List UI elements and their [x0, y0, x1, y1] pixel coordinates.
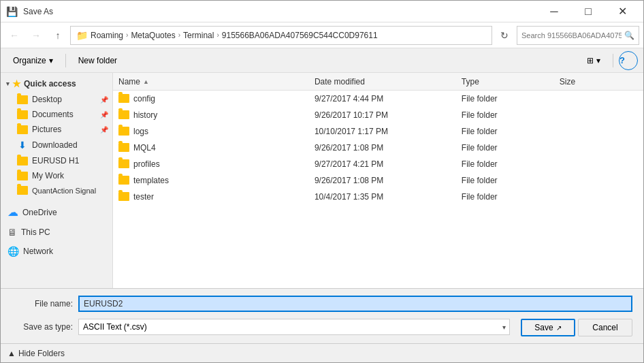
- header-type[interactable]: Type: [462, 77, 560, 86]
- pictures-folder-icon: [17, 125, 28, 134]
- folder-icon: [118, 176, 129, 185]
- file-date: 9/26/2017 1:08 PM: [315, 176, 462, 185]
- bottom-bar: File name: Save as type: ASCII Text (*.c…: [1, 288, 643, 343]
- file-type: File folder: [462, 143, 560, 153]
- help-button[interactable]: ?: [619, 51, 638, 70]
- file-name: config: [133, 94, 155, 104]
- filename-row: File name:: [12, 296, 632, 312]
- file-date: 10/10/2017 1:17 PM: [315, 127, 462, 136]
- table-row[interactable]: templates 9/26/2017 1:08 PM File folder: [113, 172, 643, 189]
- address-bar: ← → ↑ 📁 Roaming › MetaQuotes › Terminal …: [1, 22, 643, 48]
- table-row[interactable]: tester 10/4/2017 1:35 PM File folder: [113, 189, 643, 205]
- file-name: logs: [133, 127, 148, 136]
- sidebar-item-mywork[interactable]: My Work: [1, 168, 112, 183]
- forward-button[interactable]: →: [27, 26, 46, 45]
- sidebar-item-downloaded[interactable]: ⬇ Downloaded: [1, 137, 112, 153]
- network-icon: 🌐: [7, 246, 19, 257]
- close-button[interactable]: ✕: [607, 1, 638, 22]
- header-size-label: Size: [560, 77, 575, 86]
- quantaction-folder-icon: [17, 186, 28, 195]
- organize-button[interactable]: Organize ▾: [6, 51, 60, 70]
- title-icon: 💾: [6, 6, 18, 17]
- desktop-pin-icon: 📌: [100, 96, 108, 104]
- quick-access-star: ★: [12, 78, 21, 89]
- header-size[interactable]: Size: [560, 77, 638, 86]
- desktop-label: Desktop: [32, 95, 62, 104]
- view-chevron: ▾: [596, 56, 600, 65]
- breadcrumb-terminal[interactable]: Terminal: [183, 31, 214, 40]
- new-folder-button[interactable]: New folder: [71, 51, 124, 70]
- minimize-button[interactable]: ─: [538, 1, 570, 22]
- save-button[interactable]: Save ↗: [521, 319, 575, 336]
- search-icon: 🔍: [624, 31, 634, 40]
- downloaded-label: Downloaded: [32, 140, 78, 150]
- folder-icon: [118, 127, 129, 136]
- file-date: 9/26/2017 10:17 PM: [315, 110, 462, 120]
- sidebar-item-desktop[interactable]: Desktop 📌: [1, 92, 112, 107]
- header-name-label: Name: [118, 77, 140, 86]
- cancel-label: Cancel: [592, 323, 617, 332]
- filetype-select[interactable]: ASCII Text (*.csv) CSV (*.csv) Text (*.t…: [78, 319, 510, 335]
- file-name: MQL4: [133, 143, 156, 153]
- mywork-label: My Work: [32, 171, 64, 180]
- search-input[interactable]: [521, 31, 622, 40]
- breadcrumb-guid[interactable]: 915566BA06ADA407569C544CC0D97611: [222, 31, 378, 40]
- filename-input[interactable]: [78, 296, 632, 312]
- sidebar-item-pictures[interactable]: Pictures 📌: [1, 122, 112, 137]
- cancel-button[interactable]: Cancel: [578, 319, 632, 336]
- new-folder-label: New folder: [78, 56, 117, 65]
- breadcrumb-folder-icon: 📁: [76, 30, 88, 41]
- sidebar-item-eurusd[interactable]: EURUSD H1: [1, 153, 112, 168]
- table-row[interactable]: profiles 9/27/2017 4:21 PM File folder: [113, 156, 643, 172]
- sort-arrow: ▲: [143, 78, 149, 85]
- save-label: Save: [534, 323, 553, 332]
- hide-folders-label: Hide Folders: [18, 349, 65, 358]
- filetype-row: Save as type: ASCII Text (*.csv) CSV (*.…: [12, 317, 632, 336]
- maximize-button[interactable]: □: [573, 1, 604, 22]
- header-name[interactable]: Name ▲: [118, 77, 315, 86]
- header-date-label: Date modified: [315, 77, 365, 86]
- table-row[interactable]: MQL4 9/26/2017 1:08 PM File folder: [113, 140, 643, 156]
- refresh-button[interactable]: ↻: [495, 26, 514, 45]
- filetype-select-wrapper: ASCII Text (*.csv) CSV (*.csv) Text (*.t…: [78, 319, 510, 335]
- search-box[interactable]: 🔍: [517, 26, 639, 45]
- folder-icon: [118, 192, 129, 201]
- address-path[interactable]: 📁 Roaming › MetaQuotes › Terminal › 9155…: [70, 26, 492, 45]
- quick-access-header[interactable]: ▾ ★ Quick access: [1, 76, 112, 92]
- quick-access-label: Quick access: [24, 79, 76, 89]
- view-icon: ⊞: [587, 56, 594, 65]
- folder-icon: [118, 94, 129, 103]
- sidebar-item-thispc[interactable]: 🖥 This PC: [1, 224, 112, 240]
- view-button[interactable]: ⊞ ▾: [580, 51, 607, 70]
- file-name: tester: [133, 192, 154, 202]
- sidebar-item-onedrive[interactable]: ☁ OneDrive: [1, 203, 112, 221]
- breadcrumb-roaming[interactable]: Roaming: [91, 31, 123, 40]
- table-row[interactable]: logs 10/10/2017 1:17 PM File folder: [113, 123, 643, 140]
- sidebar: ▾ ★ Quick access Desktop 📌 Documents 📌 P…: [1, 73, 113, 288]
- sidebar-item-network[interactable]: 🌐 Network: [1, 243, 112, 259]
- sidebar-item-quantaction[interactable]: QuantAction Signal: [1, 183, 112, 198]
- filename-label: File name:: [12, 299, 73, 309]
- up-button[interactable]: ↑: [48, 26, 67, 45]
- action-buttons: Save ↗ Cancel: [521, 319, 632, 336]
- table-row[interactable]: history 9/26/2017 10:17 PM File folder: [113, 107, 643, 123]
- file-type: File folder: [462, 110, 560, 120]
- file-date: 10/4/2017 1:35 PM: [315, 192, 462, 202]
- pictures-label: Pictures: [32, 125, 61, 134]
- back-button[interactable]: ←: [5, 26, 24, 45]
- table-row[interactable]: config 9/27/2017 4:44 PM File folder: [113, 91, 643, 107]
- file-rows-container: config 9/27/2017 4:44 PM File folder his…: [113, 91, 643, 205]
- header-date[interactable]: Date modified: [315, 77, 462, 86]
- hide-folders-bar[interactable]: ▲ Hide Folders: [1, 343, 643, 362]
- file-name: templates: [133, 176, 169, 185]
- folder-icon: [118, 159, 129, 168]
- title-bar: 💾 Save As ─ □ ✕: [1, 1, 643, 22]
- eurusd-folder-icon: [17, 157, 28, 165]
- breadcrumb-metaquotes[interactable]: MetaQuotes: [131, 31, 175, 40]
- toolbar-divider2: [613, 54, 613, 67]
- documents-folder-icon: [17, 110, 28, 119]
- documents-label: Documents: [32, 110, 74, 119]
- sidebar-item-documents[interactable]: Documents 📌: [1, 107, 112, 122]
- eurusd-label: EURUSD H1: [32, 156, 79, 165]
- pictures-pin-icon: 📌: [100, 126, 108, 133]
